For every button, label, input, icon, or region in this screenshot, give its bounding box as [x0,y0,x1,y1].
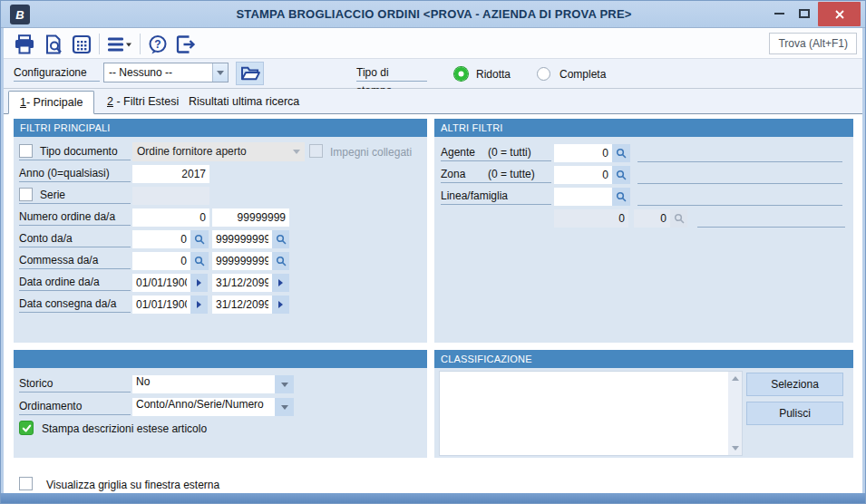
storico-select-value[interactable]: No [132,375,275,393]
data-consegna-da-input[interactable] [132,296,190,314]
zona-search-button[interactable] [612,166,630,184]
data-ordine-label: Data ordine da/a [19,273,131,291]
linea-famiglia-search-button[interactable] [612,188,630,206]
radio-ridotta-label[interactable]: Ridotta [476,67,511,82]
data-ordine-da-calendar-button[interactable] [190,274,208,292]
chevron-down-icon[interactable] [212,63,228,82]
triangle-right-icon [278,301,283,308]
tab-principale[interactable]: 1- Principale [8,91,94,114]
find-shortcut-label[interactable]: Trova (Alt+F1) [769,33,857,54]
help-icon: ? [148,34,168,54]
classificazione-body: Seleziona Pulisci [434,368,853,458]
tipo-documento-labelrow: Tipo documento [19,142,131,160]
checkmark-icon [22,423,32,433]
data-consegna-da-calendar-button[interactable] [190,296,208,314]
configuration-row: Configurazione -- Nessuno -- Tipo di sta… [4,59,864,89]
ordinamento-label: Ordinamento [19,397,131,415]
scroll-up-button[interactable] [728,372,742,385]
altri-filtri-panel: ALTRI FILTRI Agente (0 = tutti) Zona (0 … [434,119,853,343]
preview-icon [44,34,63,54]
conto-a-input[interactable] [212,230,272,248]
triangle-right-icon [278,279,283,286]
serie-checkbox[interactable] [19,188,33,201]
agente-input[interactable] [554,144,612,162]
search-icon [616,170,627,180]
menu-button[interactable] [103,32,136,56]
data-consegna-a-input[interactable] [212,296,272,314]
numero-ordine-da-input[interactable] [132,208,209,227]
stampa-descrizioni-label[interactable]: Stampa descrizioni estese articolo [42,422,207,436]
zona-input[interactable] [554,166,612,184]
help-button[interactable]: ? [144,32,171,56]
exit-button[interactable] [172,32,199,56]
tipo-documento-label: Tipo documento [40,142,118,160]
print-button[interactable] [11,32,38,56]
visualizza-griglia-checkbox[interactable] [19,477,33,490]
filtri-principali-body: Tipo documento Ordine fornitore aperto I… [14,137,427,343]
close-icon [834,9,845,20]
radio-completa-label[interactable]: Completa [559,67,606,82]
configurazione-select[interactable]: -- Nessuno -- [103,63,229,82]
window-left-border [1,28,4,503]
svg-text:?: ? [154,38,161,51]
print-preview-button[interactable] [40,32,67,56]
commessa-a-input[interactable] [212,252,272,270]
window-title: STAMPA BROGLIACCIO ORDINI <PROVA - AZIEN… [1,1,866,28]
seleziona-button[interactable]: Seleziona [746,373,843,396]
zona-labelrow: Zona (0 = tutte) [441,165,551,183]
radio-completa[interactable] [537,67,550,81]
search-icon [276,256,287,267]
extra-filter-input-2 [634,209,670,228]
search-icon [674,213,685,224]
visualizza-griglia-label[interactable]: Visualizza griglia su finestra esterna [46,478,219,492]
radio-ridotta[interactable] [454,67,468,81]
data-ordine-a-calendar-button[interactable] [272,274,289,292]
zona-description-line [637,166,842,184]
conto-da-search-button[interactable] [190,230,209,248]
scroll-down-button[interactable] [728,441,742,455]
commessa-da-search-button[interactable] [190,252,209,270]
extra-filter-search-button [670,209,687,228]
anno-input[interactable] [132,165,209,183]
commessa-a-search-button[interactable] [272,252,289,270]
pulisci-button[interactable]: Pulisci [746,402,843,425]
conto-da-input[interactable] [132,230,190,248]
data-ordine-a-input[interactable] [212,274,272,292]
data-ordine-da-input[interactable] [132,274,190,292]
ordinamento-select-value[interactable]: Conto/Anno/Serie/Numero [132,398,275,416]
open-configuration-button[interactable] [236,62,264,85]
minimize-button[interactable] [767,1,791,26]
impegni-collegati-label: Impegni collegati [330,145,412,160]
tipo-documento-checkbox[interactable] [19,144,33,158]
serie-labelrow: Serie [19,186,131,204]
tab-filtri-estesi[interactable]: 2 - Filtri Estesi [96,91,190,114]
chevron-down-icon [281,405,288,410]
data-consegna-a-calendar-button[interactable] [272,296,289,314]
tab-risultati-ultima-ricerca[interactable]: Risultati ultima ricerca [178,91,310,114]
linea-famiglia-input[interactable] [554,188,612,206]
agente-labelrow: Agente (0 = tutti) [441,143,551,161]
configurazione-label: Configurazione [14,63,100,82]
tab-accelerator: 1 [20,96,26,109]
numero-ordine-a-input[interactable] [212,208,289,227]
classificazione-scrollbar[interactable] [728,372,742,455]
filtri-principali-panel: FILTRI PRINCIPALI Tipo documento Ordine … [14,119,427,343]
tipo-documento-value: Ordine fornitore aperto [132,142,288,161]
ordinamento-select-arrow[interactable] [275,398,294,416]
triangle-right-icon [197,279,201,286]
maximize-button[interactable] [793,1,816,26]
numero-ordine-label: Numero ordine da/a [19,208,131,226]
classificazione-listbox[interactable] [439,371,743,456]
agente-search-button[interactable] [612,144,630,162]
tab-label: Risultati ultima ricerca [189,95,299,108]
close-button[interactable] [818,2,861,26]
stampa-descrizioni-checkbox[interactable] [19,421,34,435]
triangle-down-icon [732,446,739,451]
conto-a-search-button[interactable] [272,230,289,248]
grid-view-button[interactable] [68,32,95,56]
impegni-collegati-checkbox [309,144,323,158]
tab-accelerator: 2 [107,95,113,108]
commessa-da-input[interactable] [132,252,190,270]
grid-icon [72,34,92,54]
storico-select-arrow[interactable] [275,375,294,393]
